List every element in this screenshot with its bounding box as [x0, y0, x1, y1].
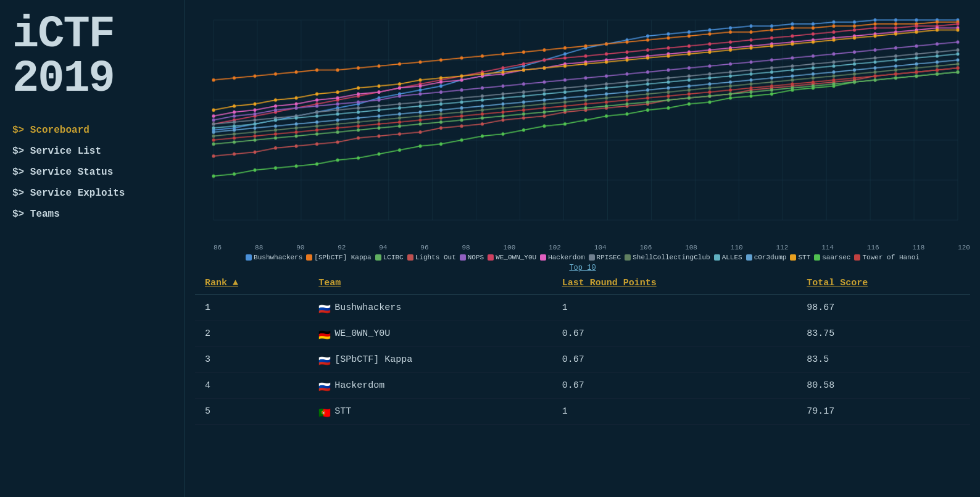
table-row: 2 🇩🇪WE_0WN_Y0U 0.67 83.75: [195, 321, 970, 347]
rank-cell: 5: [195, 399, 309, 425]
col-last-round[interactable]: Last Round Points: [552, 272, 797, 295]
scoreboard-table-area: Rank ▲ Team Last Round Points Total Scor…: [195, 265, 970, 491]
rank-cell: 1: [195, 295, 309, 321]
rank-cell: 2: [195, 321, 309, 347]
total-score-cell: 98.67: [797, 295, 970, 321]
sidebar-item-service-list[interactable]: $> Service List: [12, 141, 172, 162]
sidebar-item-scoreboard[interactable]: $> Scoreboard: [12, 120, 172, 141]
col-team[interactable]: Team: [309, 272, 552, 295]
chart-legend: Bushwhackers [SPbCTF] Kappa LCIBC Lights…: [195, 251, 970, 264]
team-cell: 🇵🇹STT: [309, 399, 552, 425]
game-info: [12, 475, 172, 485]
table-row: 1 🇷🇺Bushwhackers 1 98.67: [195, 295, 970, 321]
top10-link[interactable]: Top 10: [195, 264, 970, 272]
sidebar: iCTF2019 $> Scoreboard $> Service List $…: [0, 0, 185, 497]
team-cell: 🇩🇪WE_0WN_Y0U: [309, 321, 552, 347]
col-rank[interactable]: Rank ▲: [195, 272, 309, 295]
navigation: $> Scoreboard $> Service List $> Service…: [12, 120, 172, 225]
logo: iCTF2019: [12, 12, 172, 101]
chart-area: 8688909294 9698100102104 106108110112114…: [195, 6, 970, 265]
scoreboard-table: Rank ▲ Team Last Round Points Total Scor…: [195, 272, 970, 425]
col-total-score[interactable]: Total Score: [797, 272, 970, 295]
sidebar-item-service-exploits[interactable]: $> Service Exploits: [12, 183, 172, 204]
sidebar-item-teams[interactable]: $> Teams: [12, 204, 172, 225]
team-cell: 🇷🇺[SPbCTF] Kappa: [309, 347, 552, 373]
team-cell: 🇷🇺Bushwhackers: [309, 295, 552, 321]
table-row: 3 🇷🇺[SPbCTF] Kappa 0.67 83.5: [195, 347, 970, 373]
last-round-cell: 0.67: [552, 347, 797, 373]
last-round-cell: 0.67: [552, 321, 797, 347]
table-row: 4 🇷🇺Hackerdom 0.67 80.58: [195, 373, 970, 399]
team-cell: 🇷🇺Hackerdom: [309, 373, 552, 399]
last-round-cell: 1: [552, 295, 797, 321]
sidebar-item-service-status[interactable]: $> Service Status: [12, 162, 172, 183]
table-row: 5 🇵🇹STT 1 79.17: [195, 399, 970, 425]
total-score-cell: 80.58: [797, 373, 970, 399]
rank-cell: 4: [195, 373, 309, 399]
score-chart: [195, 6, 970, 241]
total-score-cell: 83.5: [797, 347, 970, 373]
rank-cell: 3: [195, 347, 309, 373]
last-round-cell: 0.67: [552, 373, 797, 399]
x-axis: 8688909294 9698100102104 106108110112114…: [195, 244, 970, 251]
total-score-cell: 83.75: [797, 321, 970, 347]
main-content: 8688909294 9698100102104 106108110112114…: [185, 0, 980, 497]
last-round-cell: 1: [552, 399, 797, 425]
total-score-cell: 79.17: [797, 399, 970, 425]
